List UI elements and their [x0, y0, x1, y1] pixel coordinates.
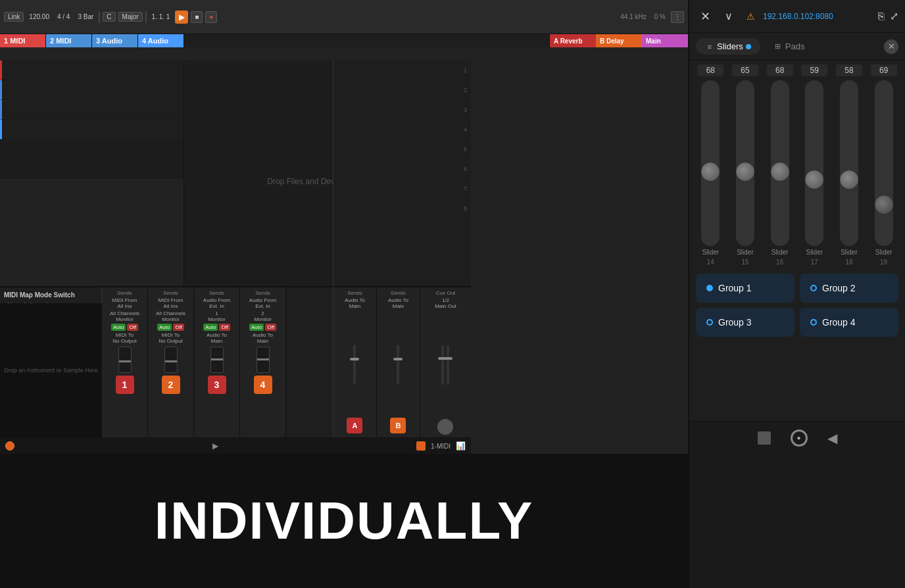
slider-track-16[interactable]	[771, 80, 789, 246]
main-knob[interactable]	[437, 419, 453, 435]
slider-val-5[interactable]: 58	[836, 64, 862, 76]
auto-btn-4[interactable]: Auto	[249, 324, 264, 331]
track-header-3[interactable]: 3 Audio	[92, 34, 138, 47]
slider-thumb-15[interactable]	[736, 162, 754, 181]
slider-thumb-19[interactable]	[875, 195, 893, 214]
slider-col-16: Slider 16	[771, 80, 789, 266]
time-sig[interactable]: 4 / 4	[55, 12, 72, 22]
tempo-display[interactable]: 120.00	[26, 12, 52, 22]
channel-num-3[interactable]: 3	[208, 376, 226, 394]
tab-close-btn[interactable]: ✕	[884, 39, 898, 54]
slider-num-17: 17	[811, 258, 818, 266]
slider-thumb-17[interactable]	[805, 170, 823, 189]
drop-instrument-zone[interactable]: Drop an Instrument or Sample Here	[0, 303, 102, 437]
off-btn-3[interactable]: Off	[219, 324, 230, 331]
track-row-2	[0, 80, 183, 100]
group-3-dot	[706, 319, 713, 326]
group-4-label: Group 4	[822, 317, 856, 328]
off-btn-1[interactable]: Off	[127, 324, 138, 331]
back-ctrl-icon[interactable]: ◀	[827, 430, 837, 446]
slider-val-2[interactable]: 65	[732, 64, 758, 76]
channel-num-4[interactable]: 4	[254, 376, 272, 394]
channel-num-2[interactable]: 2	[162, 376, 180, 394]
close-icon[interactable]: ✕	[696, 7, 714, 26]
sliders-tab-dot	[746, 44, 751, 49]
track-row-4	[0, 120, 183, 139]
bars-display[interactable]: 3 Bar	[75, 12, 96, 22]
track-header-2[interactable]: 2 MIDI	[46, 34, 92, 47]
track-header-1[interactable]: 1 MIDI	[0, 34, 46, 47]
audio-from-4: Audio From	[249, 297, 276, 303]
audio-to-b: Audio To	[388, 297, 408, 303]
channel-num-1[interactable]: 1	[116, 376, 134, 394]
overlay-section: INDIVIDUALLY	[0, 454, 688, 588]
stats-icon[interactable]: 📊	[456, 441, 466, 451]
right-channel-main: Cue Out 1/2 Main Out	[420, 287, 471, 437]
auto-btn-3[interactable]: Auto	[203, 324, 218, 331]
group-4-dot	[810, 319, 817, 326]
slider-track-18[interactable]	[840, 80, 858, 246]
chevron-down-icon[interactable]: ∨	[720, 7, 738, 26]
audio-from-val-3: Ext. In	[209, 303, 224, 309]
slider-thumb-16[interactable]	[771, 162, 789, 181]
track-header-4[interactable]: 4 Audio	[138, 34, 184, 47]
off-btn-4[interactable]: Off	[265, 324, 276, 331]
tab-sliders[interactable]: ≡ Sliders	[696, 38, 760, 55]
channel-btn-a[interactable]: A	[347, 418, 362, 433]
vol-fader-1[interactable]	[118, 347, 132, 373]
sends-a: Sends	[347, 290, 362, 296]
group-2-button[interactable]: Group 2	[800, 274, 898, 303]
slider-track-15[interactable]	[736, 80, 754, 246]
right-channel-a: Sends Audio To Main A	[333, 287, 377, 437]
auto-btn-1[interactable]: Auto	[111, 324, 126, 331]
slider-val-1[interactable]: 68	[697, 64, 723, 76]
key-button[interactable]: C	[103, 12, 115, 22]
slider-track-14[interactable]	[701, 80, 720, 246]
warning-icon[interactable]: ⚠	[743, 9, 758, 24]
play-button[interactable]: ▶	[175, 11, 188, 24]
right-mixer-top: 1 2 3 4 5 6 7 8	[333, 61, 471, 303]
scale-button[interactable]: Major	[118, 12, 143, 22]
midi-from-1: MIDI From	[112, 297, 137, 303]
slider-track-17[interactable]	[805, 80, 823, 246]
slider-thumb-14[interactable]	[701, 162, 720, 181]
fader-main-r[interactable]	[447, 345, 449, 385]
track-header-main[interactable]: Main	[642, 34, 688, 47]
stop-button[interactable]: ■	[191, 11, 203, 23]
group-4-button[interactable]: Group 4	[800, 308, 898, 337]
play-status-btn[interactable]: ▶	[212, 441, 218, 451]
vol-fader-4[interactable]	[257, 347, 270, 373]
more-button[interactable]: ⋮	[671, 11, 684, 23]
slider-val-4[interactable]: 59	[801, 64, 827, 76]
position-display[interactable]: 1. 1. 1	[149, 12, 173, 22]
vol-fader-3[interactable]	[210, 347, 224, 373]
expand-icon[interactable]: ⤢	[890, 10, 898, 22]
slider-val-3[interactable]: 68	[767, 64, 793, 76]
slider-val-6[interactable]: 69	[871, 64, 897, 76]
record-ctrl-icon[interactable]: ●	[791, 429, 808, 447]
fader-b[interactable]	[397, 345, 399, 384]
session-indicator[interactable]	[5, 441, 14, 451]
right-panel: ✕ ∨ ⚠ 192.168.0.102:8080 ⎘ ⤢ ≡ Sliders ⊞…	[688, 0, 905, 454]
sends-label-2: Sends	[163, 290, 178, 296]
group-3-button[interactable]: Group 3	[696, 308, 795, 337]
off-btn-2[interactable]: Off	[173, 324, 184, 331]
stop-ctrl-icon[interactable]	[758, 431, 771, 445]
track-header-a-reverb[interactable]: A Reverb	[550, 34, 596, 47]
pads-icon: ⊞	[773, 42, 783, 51]
record-button[interactable]: ●	[205, 11, 217, 23]
url-display[interactable]: 192.168.0.102:8080	[763, 12, 873, 21]
fader-a[interactable]	[353, 345, 356, 384]
link-button[interactable]: Link	[4, 12, 24, 22]
slider-thumb-18[interactable]	[840, 170, 858, 189]
record-status-btn[interactable]	[416, 441, 426, 451]
channel-btn-b[interactable]: B	[390, 418, 406, 433]
share-icon[interactable]: ⎘	[878, 11, 885, 22]
slider-track-19[interactable]	[875, 80, 893, 246]
tab-pads[interactable]: ⊞ Pads	[764, 38, 814, 55]
vol-fader-2[interactable]	[164, 347, 178, 373]
track-header-b-delay[interactable]: B Delay	[596, 34, 642, 47]
group-1-button[interactable]: Group 1	[696, 274, 795, 303]
auto-btn-2[interactable]: Auto	[157, 324, 172, 331]
fader-main-l[interactable]	[441, 345, 444, 385]
